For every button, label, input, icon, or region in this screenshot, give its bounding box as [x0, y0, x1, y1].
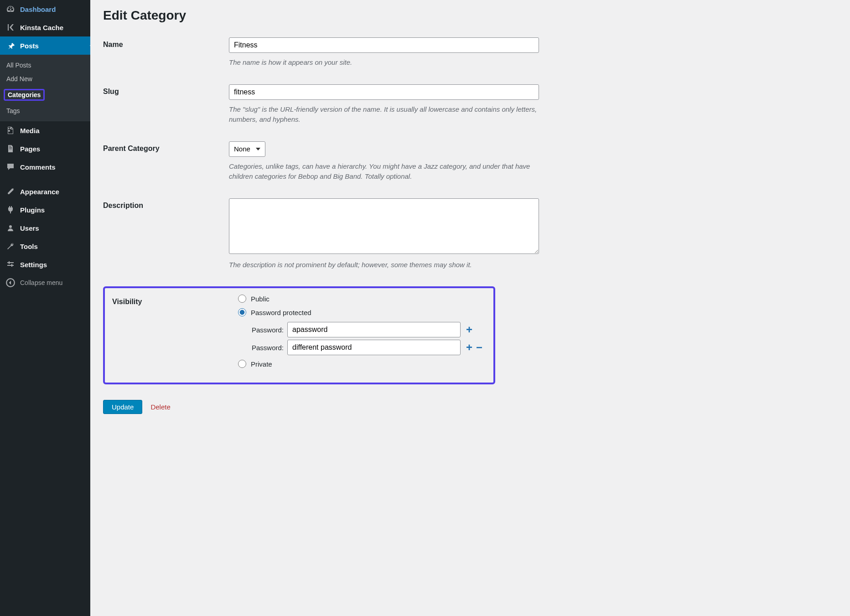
sidebar-item-kinsta[interactable]: Kinsta Cache — [0, 18, 90, 36]
label-name: Name — [103, 37, 229, 49]
sidebar-label: Tools — [20, 243, 38, 250]
sidebar-item-users[interactable]: Users — [0, 219, 90, 237]
sidebar-label: Appearance — [20, 188, 59, 196]
description-textarea[interactable] — [229, 198, 539, 254]
gauge-icon — [5, 5, 16, 14]
sidebar-item-pages[interactable]: Pages — [0, 140, 90, 158]
wrench-icon — [5, 242, 16, 251]
collapse-label: Collapse menu — [20, 279, 62, 286]
radio-public[interactable] — [238, 295, 246, 303]
page-title: Edit Category — [103, 8, 837, 23]
sidebar-label: Users — [20, 224, 39, 232]
radio-public-label: Public — [251, 295, 270, 303]
add-password-icon[interactable]: + — [466, 323, 472, 336]
admin-sidebar: Dashboard Kinsta Cache Posts All Posts A… — [0, 0, 90, 616]
submenu-categories[interactable]: Categories — [0, 86, 90, 104]
sidebar-label: Settings — [20, 261, 47, 269]
update-button[interactable]: Update — [103, 400, 142, 414]
form-actions: Update Delete — [103, 400, 837, 414]
password-input-2[interactable] — [287, 340, 461, 355]
sidebar-label: Posts — [20, 42, 39, 50]
row-parent: Parent Category None Categories, unlike … — [103, 141, 837, 182]
sidebar-label: Plugins — [20, 206, 45, 214]
row-name: Name The name is how it appears on your … — [103, 37, 837, 68]
password-input-1[interactable] — [287, 322, 461, 337]
sidebar-item-plugins[interactable]: Plugins — [0, 201, 90, 219]
brush-icon — [5, 187, 16, 196]
pages-icon — [5, 144, 16, 153]
posts-submenu: All Posts Add New Categories Tags — [0, 55, 90, 121]
submenu-all-posts[interactable]: All Posts — [0, 58, 90, 72]
radio-protected[interactable] — [238, 308, 246, 316]
sidebar-item-media[interactable]: Media — [0, 121, 90, 140]
radio-private[interactable] — [238, 360, 246, 368]
sidebar-label: Comments — [20, 163, 56, 171]
sidebar-item-settings[interactable]: Settings — [0, 255, 90, 274]
row-description: Description The description is not promi… — [103, 198, 837, 270]
name-input[interactable] — [229, 37, 539, 53]
pwd-label-2: Password: — [252, 344, 284, 352]
collapse-menu[interactable]: Collapse menu — [0, 274, 90, 292]
plug-icon — [5, 205, 16, 214]
label-parent: Parent Category — [103, 141, 229, 153]
remove-password-icon[interactable]: − — [476, 341, 482, 354]
delete-link[interactable]: Delete — [150, 403, 170, 411]
parent-select[interactable]: None — [229, 141, 265, 157]
label-slug: Slug — [103, 84, 229, 96]
sidebar-item-dashboard[interactable]: Dashboard — [0, 0, 90, 18]
slug-desc: The "slug" is the URL-friendly version o… — [229, 104, 539, 125]
collapse-icon — [5, 278, 16, 287]
sidebar-label: Dashboard — [20, 5, 56, 13]
slug-input[interactable] — [229, 84, 539, 100]
label-visibility: Visibility — [112, 295, 238, 306]
add-password-icon[interactable]: + — [466, 341, 472, 354]
user-icon — [5, 223, 16, 233]
pwd-label-1: Password: — [252, 326, 284, 334]
name-desc: The name is how it appears on your site. — [229, 57, 539, 68]
submenu-tags[interactable]: Tags — [0, 104, 90, 118]
sliders-icon — [5, 260, 16, 269]
description-desc: The description is not prominent by defa… — [229, 260, 539, 270]
row-slug: Slug The "slug" is the URL-friendly vers… — [103, 84, 837, 125]
parent-desc: Categories, unlike tags, can have a hier… — [229, 161, 539, 182]
sidebar-label: Kinsta Cache — [20, 24, 63, 31]
comment-icon — [5, 162, 16, 171]
kinsta-icon — [5, 23, 16, 32]
main-content: Edit Category Name The name is how it ap… — [90, 0, 850, 616]
sidebar-label: Pages — [20, 145, 40, 153]
radio-protected-label: Password protected — [251, 309, 311, 316]
visibility-section: Visibility Public Password protected Pas… — [103, 286, 495, 384]
sidebar-item-comments[interactable]: Comments — [0, 158, 90, 176]
radio-private-label: Private — [251, 360, 272, 368]
sidebar-item-tools[interactable]: Tools — [0, 237, 90, 255]
submenu-add-new[interactable]: Add New — [0, 72, 90, 86]
pin-icon — [5, 41, 16, 50]
sidebar-item-appearance[interactable]: Appearance — [0, 182, 90, 201]
sidebar-item-posts[interactable]: Posts — [0, 36, 90, 55]
media-icon — [5, 126, 16, 135]
label-description: Description — [103, 198, 229, 210]
sidebar-label: Media — [20, 127, 40, 135]
